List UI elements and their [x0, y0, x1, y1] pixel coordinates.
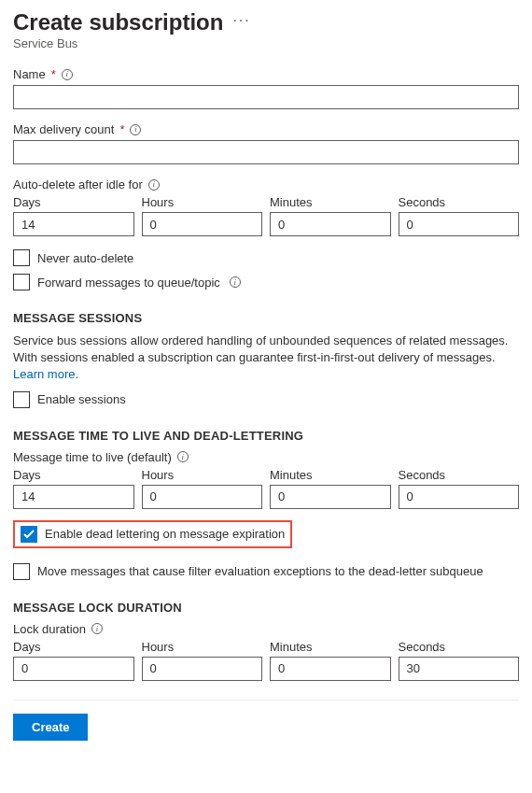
- lock-seconds-input[interactable]: [399, 657, 520, 681]
- ttl-days-input[interactable]: [13, 485, 134, 509]
- footer: Create: [13, 701, 519, 741]
- info-icon[interactable]: i: [91, 623, 103, 634]
- minutes-label: Minutes: [270, 640, 391, 654]
- lock-minutes-input[interactable]: [270, 657, 391, 681]
- dead-letter-checkbox[interactable]: [21, 526, 37, 543]
- forward-label: Forward messages to queue/topic: [37, 276, 220, 290]
- move-exceptions-checkbox[interactable]: [13, 563, 30, 580]
- info-icon[interactable]: i: [230, 276, 241, 288]
- days-label: Days: [13, 468, 134, 482]
- forward-checkbox[interactable]: [13, 274, 30, 290]
- ttl-hours-input[interactable]: [142, 485, 263, 509]
- enable-sessions-row: Enable sessions: [13, 391, 519, 408]
- more-actions-icon[interactable]: ···: [232, 12, 250, 33]
- required-indicator: *: [119, 122, 124, 136]
- days-label: Days: [13, 640, 134, 654]
- dead-letter-highlight: Enable dead lettering on message expirat…: [13, 520, 292, 548]
- lock-hours-input[interactable]: [142, 657, 263, 681]
- ttl-label: Message time to live (default): [13, 450, 172, 464]
- page-subtitle: Service Bus: [13, 36, 519, 50]
- auto-delete-hours-input[interactable]: [142, 212, 263, 236]
- never-auto-delete-label: Never auto-delete: [37, 251, 133, 265]
- seconds-label: Seconds: [399, 640, 520, 654]
- info-icon[interactable]: i: [177, 451, 189, 462]
- minutes-label: Minutes: [270, 195, 391, 209]
- max-delivery-label: Max delivery count: [13, 122, 114, 136]
- seconds-label: Seconds: [399, 468, 520, 482]
- sessions-description: Service bus sessions allow ordered handl…: [13, 333, 519, 384]
- ttl-minutes-input[interactable]: [270, 485, 391, 509]
- auto-delete-days-input[interactable]: [13, 212, 134, 236]
- hours-label: Hours: [142, 468, 263, 482]
- auto-delete-seconds-input[interactable]: [399, 212, 520, 236]
- seconds-label: Seconds: [399, 195, 520, 209]
- sessions-desc-text: Service bus sessions allow ordered handl…: [13, 333, 508, 364]
- info-icon[interactable]: i: [130, 124, 141, 135]
- max-delivery-input[interactable]: [13, 140, 519, 164]
- required-indicator: *: [51, 67, 56, 81]
- learn-more-link[interactable]: Learn more.: [13, 367, 78, 381]
- enable-sessions-label: Enable sessions: [37, 392, 126, 406]
- hours-label: Hours: [142, 195, 263, 209]
- lock-days-input[interactable]: [13, 657, 134, 681]
- move-exceptions-row: Move messages that cause filter evaluati…: [13, 563, 519, 580]
- auto-delete-minutes-input[interactable]: [270, 212, 391, 236]
- days-label: Days: [13, 195, 134, 209]
- name-field: Name * i: [13, 67, 519, 109]
- move-exceptions-label: Move messages that cause filter evaluati…: [37, 564, 483, 578]
- never-auto-delete-checkbox[interactable]: [13, 249, 30, 266]
- page-title: Create subscription: [13, 9, 223, 35]
- info-icon[interactable]: i: [62, 69, 73, 80]
- sessions-section-title: MESSAGE SESSIONS: [13, 311, 519, 325]
- name-input[interactable]: [13, 85, 519, 109]
- auto-delete-field: Auto-delete after idle for i Days Hours …: [13, 177, 519, 236]
- auto-delete-label: Auto-delete after idle for: [13, 177, 143, 191]
- create-button[interactable]: Create: [13, 714, 88, 741]
- name-label: Name: [13, 67, 46, 81]
- max-delivery-field: Max delivery count * i: [13, 122, 519, 164]
- lock-label: Lock duration: [13, 622, 86, 636]
- ttl-seconds-input[interactable]: [399, 485, 520, 509]
- enable-sessions-checkbox[interactable]: [13, 391, 30, 408]
- lock-section-title: MESSAGE LOCK DURATION: [13, 601, 519, 615]
- info-icon[interactable]: i: [148, 179, 160, 191]
- never-auto-delete-row: Never auto-delete: [13, 249, 519, 266]
- hours-label: Hours: [142, 640, 263, 654]
- dead-letter-label: Enable dead lettering on message expirat…: [45, 527, 285, 541]
- ttl-section-title: MESSAGE TIME TO LIVE AND DEAD-LETTERING: [13, 429, 519, 443]
- forward-row: Forward messages to queue/topic i: [13, 274, 519, 290]
- minutes-label: Minutes: [270, 468, 391, 482]
- page-header: Create subscription ··· Service Bus: [13, 9, 519, 50]
